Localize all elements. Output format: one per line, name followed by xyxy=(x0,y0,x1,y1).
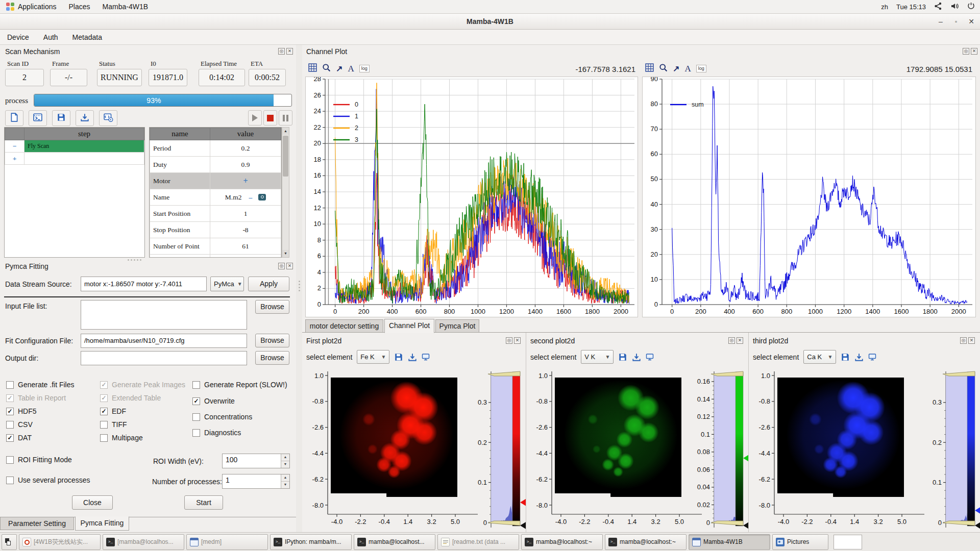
spin-up-icon[interactable]: ▲ xyxy=(281,454,289,461)
table-row[interactable]: Number of Point61 xyxy=(150,238,281,255)
checkbox-generate-peak-images[interactable]: ✓Generate Peak Images xyxy=(100,381,185,389)
param-value-cell[interactable]: 0.9 xyxy=(210,157,281,173)
window-titlebar[interactable]: Mamba-4W1B – ▫ ✕ xyxy=(0,14,980,30)
table-row[interactable]: −Fly Scan xyxy=(5,140,144,153)
log-toggle[interactable]: log xyxy=(359,65,370,72)
download-icon[interactable] xyxy=(854,353,864,362)
element-dropdown[interactable]: Ca K▼ xyxy=(803,350,836,364)
close-panel-icon[interactable]: ✕ xyxy=(971,48,977,55)
monitor-icon[interactable] xyxy=(422,353,430,361)
use-several-processes-checkbox[interactable]: Use several processes xyxy=(6,476,90,484)
checkbox-diagnostics[interactable]: Diagnostics xyxy=(192,429,241,437)
volume-icon[interactable] xyxy=(950,2,959,12)
minimize-button[interactable]: – xyxy=(933,14,948,30)
close-panel-icon[interactable]: ✕ xyxy=(968,337,975,344)
channel-plot-sum-chart[interactable]: 0102030405060708090020040060080010001200… xyxy=(642,77,976,319)
scroll-down-icon[interactable]: ▼ xyxy=(282,250,289,257)
engine-dropdown[interactable]: PyMca▼ xyxy=(210,277,244,291)
plot2d-map[interactable]: 1.0-0.8-2.6-4.4-6.2-8.0-4.0-2.2-0.41.43.… xyxy=(751,365,928,531)
save-icon[interactable] xyxy=(618,353,627,362)
show-desktop-area[interactable] xyxy=(834,535,862,549)
float-panel-icon[interactable]: ◎ xyxy=(278,263,285,269)
download-icon-button[interactable] xyxy=(76,110,94,126)
main-splitter-handle[interactable] xyxy=(298,281,300,291)
channel-plot-left-chart[interactable]: 0246810121416182022242628020040060080010… xyxy=(305,77,638,319)
param-value-cell[interactable]: 1 xyxy=(210,206,281,222)
autoscale-icon[interactable]: A xyxy=(348,64,354,74)
taskbar-item-pictures[interactable]: Pictures xyxy=(772,534,828,550)
nproc-spinner[interactable]: 1 ▲▼ xyxy=(222,474,290,489)
close-panel-icon[interactable]: ✕ xyxy=(737,337,743,344)
tab-pymca-fitting[interactable]: Pymca Fitting xyxy=(75,516,129,531)
places-menu[interactable]: Places xyxy=(63,0,96,13)
download-icon[interactable] xyxy=(408,353,417,362)
menu-metadata[interactable]: Metadata xyxy=(65,33,109,41)
scan-param-table[interactable]: namevaluePeriod0.2Duty0.9Motor+NameM.m2–… xyxy=(149,127,282,258)
param-value-cell[interactable]: 61 xyxy=(210,238,281,255)
checkbox-overwrite[interactable]: ✓Overwrite xyxy=(192,397,235,405)
pan-arrow-icon[interactable]: ↗ xyxy=(673,64,679,73)
tab-pymca-plot[interactable]: Pymca Plot xyxy=(435,319,479,333)
taskbar-item-mamba-localhost-[interactable]: >_mamba@localhost... xyxy=(354,534,435,550)
taskbar-item--4w1b-[interactable]: [4W1B荧光线站实... xyxy=(19,534,101,550)
taskbar-item-window[interactable] xyxy=(2,534,17,550)
param-value-cell[interactable]: M.m2– xyxy=(210,189,281,206)
tab-motor-detector-setting[interactable]: motor detector setting xyxy=(305,319,383,333)
download-icon[interactable] xyxy=(632,353,641,362)
menu-device[interactable]: Device xyxy=(0,33,36,41)
checkbox-table-in-report[interactable]: ✓Table in Report xyxy=(6,394,66,402)
apply-button[interactable]: Apply xyxy=(248,277,289,291)
save-icon[interactable] xyxy=(841,353,850,362)
zoom-icon[interactable] xyxy=(659,63,668,74)
power-icon[interactable] xyxy=(967,2,975,11)
table-row[interactable]: NameM.m2– xyxy=(150,189,281,206)
plot2d-map[interactable]: 1.0-0.8-2.6-4.4-6.2-8.0-4.0-2.2-0.41.43.… xyxy=(528,365,706,531)
grid-icon[interactable] xyxy=(308,63,317,74)
log-toggle[interactable]: log xyxy=(696,65,706,72)
row-action-button[interactable]: + xyxy=(5,153,24,165)
float-panel-icon[interactable]: ◎ xyxy=(278,48,285,55)
element-dropdown[interactable]: Fe K▼ xyxy=(357,350,389,364)
remove-motor-icon[interactable]: – xyxy=(249,193,252,201)
taskbar-item--mamba-localhos-[interactable]: >_[mamba@localhos... xyxy=(103,534,184,550)
taskbar-item-mamba-localhost-[interactable]: >_mamba@localhost:~ xyxy=(521,534,603,550)
close-panel-icon[interactable]: ✕ xyxy=(286,48,293,55)
close-button[interactable]: Close xyxy=(72,495,113,510)
monitor-icon[interactable] xyxy=(646,353,654,361)
checkbox-dat[interactable]: ✓DAT xyxy=(6,434,32,442)
spin-up-icon[interactable]: ▲ xyxy=(281,474,289,482)
param-value-cell[interactable]: 0.2 xyxy=(210,140,281,157)
roi-width-spinner[interactable]: 100 ▲▼ xyxy=(222,454,290,468)
menu-auth[interactable]: Auth xyxy=(36,33,65,41)
param-value-cell[interactable]: M.m1– xyxy=(210,255,281,258)
scrollbar-thumb[interactable] xyxy=(283,136,288,177)
float-panel-icon[interactable]: ◎ xyxy=(960,337,967,344)
plot2d-map[interactable]: 1.0-0.8-2.6-4.4-6.2-8.0-4.0-2.2-0.41.43.… xyxy=(304,365,482,531)
close-panel-icon[interactable]: ✕ xyxy=(286,263,293,269)
browse-input-button[interactable]: Browse xyxy=(255,300,289,314)
checkbox-generate-fit-files[interactable]: Generate .fit Files xyxy=(6,381,75,389)
float-panel-icon[interactable]: ◎ xyxy=(506,337,512,344)
output-dir-input[interactable] xyxy=(81,351,247,365)
checkbox-extended-table[interactable]: ✓Extended Table xyxy=(100,394,161,402)
param-value-cell[interactable]: -8 xyxy=(210,222,281,238)
pause-button[interactable] xyxy=(279,110,292,126)
checkbox-generate-report-slow-[interactable]: Generate Report (SLOW!) xyxy=(192,381,287,389)
tab-channel-plot[interactable]: Channel Plot xyxy=(384,319,434,333)
table-row[interactable]: NameM.m1– xyxy=(150,255,281,258)
stop-button[interactable] xyxy=(263,110,277,126)
taskbar-item--medm-[interactable]: [medm] xyxy=(186,534,268,550)
checkbox-csv[interactable]: CSV xyxy=(6,420,33,429)
start-button[interactable]: Start xyxy=(184,495,223,510)
scroll-up-icon[interactable]: ▲ xyxy=(282,128,289,135)
browse-config-button[interactable]: Browse xyxy=(255,334,289,347)
clock[interactable]: Tue 15:13 xyxy=(896,3,926,11)
maximize-button[interactable]: ▫ xyxy=(948,14,964,30)
input-language-indicator[interactable]: zh xyxy=(881,3,888,11)
checkbox-concentrations[interactable]: Concentrations xyxy=(192,413,252,421)
table-row[interactable]: Motor+ xyxy=(150,173,281,189)
close-button[interactable]: ✕ xyxy=(964,14,979,30)
panel-splitter-handle[interactable] xyxy=(128,259,148,261)
table-row[interactable]: Period0.2 xyxy=(150,140,281,157)
colorbar[interactable]: 0.30.20.10 xyxy=(924,369,980,532)
